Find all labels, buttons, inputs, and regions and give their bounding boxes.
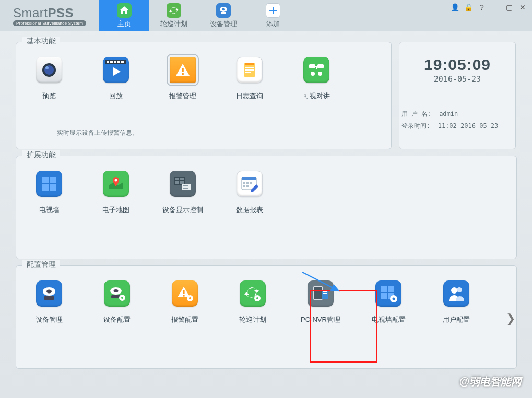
help-icon[interactable]: ? (478, 3, 486, 11)
svg-rect-15 (245, 67, 254, 68)
svg-rect-63 (388, 286, 394, 292)
tile-emap[interactable]: 电子地图 (94, 171, 137, 215)
tile-alarmcfg-label: 报警配置 (171, 315, 198, 324)
play-icon (103, 57, 129, 83)
tile-playback[interactable]: 回放 (94, 57, 137, 101)
svg-rect-62 (381, 286, 387, 292)
tile-patrolcfg[interactable]: 轮巡计划 (231, 280, 274, 324)
svg-rect-51 (183, 290, 184, 294)
tile-devcfg-label: 设备配置 (103, 315, 131, 324)
user-icon[interactable]: 👤 (451, 3, 459, 11)
close-button[interactable]: ✕ (518, 3, 527, 11)
svg-rect-31 (175, 181, 179, 184)
watermark: @弱电智能网 (459, 374, 522, 389)
svg-rect-19 (309, 64, 315, 68)
svg-rect-58 (314, 287, 322, 299)
minimize-button[interactable]: — (491, 3, 500, 11)
svg-point-44 (46, 290, 52, 294)
tile-report[interactable]: 数据报表 (228, 171, 271, 215)
svg-rect-38 (243, 182, 245, 184)
svg-rect-9 (114, 61, 116, 63)
svg-rect-18 (245, 63, 254, 65)
grid-gear-icon (375, 280, 401, 307)
svg-rect-12 (182, 68, 184, 72)
svg-rect-52 (183, 295, 184, 297)
refresh-icon (167, 3, 181, 18)
next-arrow-icon[interactable]: ❯ (506, 312, 515, 325)
tile-devmgr[interactable]: 设备管理 (28, 280, 70, 324)
panel-clock: 19:05:09 2016-05-23 用 户 名: admin 登录时间: 1… (399, 42, 516, 149)
svg-point-5 (45, 66, 49, 69)
svg-rect-39 (246, 182, 249, 184)
tab-add[interactable]: 添加 (248, 0, 298, 31)
tile-pcnvr-label: PC-NVR管理 (301, 315, 340, 324)
svg-point-54 (189, 297, 191, 299)
tab-device-label: 设备管理 (210, 19, 237, 29)
warning-icon (170, 57, 196, 83)
svg-rect-64 (381, 293, 387, 299)
svg-rect-41 (243, 185, 245, 187)
login-value: 11:02 2016-05-23 (438, 122, 499, 130)
maximize-button[interactable]: ▢ (505, 3, 513, 11)
log-icon (237, 57, 263, 83)
svg-rect-35 (183, 188, 188, 189)
lens-icon (36, 57, 62, 83)
login-label: 登录时间: (401, 122, 430, 130)
svg-rect-16 (245, 69, 254, 71)
server-icon (308, 280, 334, 307)
svg-rect-42 (246, 185, 249, 187)
svg-point-69 (457, 287, 462, 292)
svg-point-22 (318, 72, 322, 76)
tab-home-label: 主页 (117, 19, 131, 29)
svg-rect-33 (182, 184, 191, 190)
tile-log[interactable]: 日志查询 (228, 57, 271, 101)
tile-alarmcfg[interactable]: 报警配置 (163, 280, 206, 324)
map-pin-icon (103, 171, 129, 197)
tile-pcnvr[interactable]: PC-NVR管理 (299, 280, 342, 324)
warning-gear-icon (172, 280, 198, 307)
clock-date: 2016-05-23 (399, 75, 515, 84)
svg-rect-24 (50, 177, 56, 183)
tab-add-label: 添加 (266, 19, 280, 29)
tab-home[interactable]: 主页 (99, 0, 149, 31)
tile-usercfg-label: 用户配置 (443, 315, 470, 324)
tile-alarm[interactable]: 报警管理 (161, 57, 204, 101)
svg-rect-11 (121, 61, 124, 63)
svg-rect-17 (245, 72, 251, 73)
svg-rect-60 (323, 291, 327, 292)
tile-alarm-label: 报警管理 (169, 91, 196, 101)
tab-patrol[interactable]: 轮巡计划 (149, 0, 198, 31)
user-label: 用 户 名: (401, 110, 432, 118)
display-grid-icon (170, 171, 196, 197)
svg-point-4 (44, 65, 54, 75)
panel-ext-title: 扩展功能 (22, 150, 60, 160)
lock-icon[interactable]: 🔒 (464, 3, 472, 11)
svg-point-56 (256, 297, 258, 299)
tile-devmgr-label: 设备管理 (36, 315, 63, 324)
tile-intercom-label: 可视对讲 (303, 91, 330, 101)
tile-devdisp-label: 设备显示控制 (162, 205, 203, 215)
tile-usercfg[interactable]: 用户配置 (435, 280, 478, 324)
svg-rect-45 (44, 296, 54, 300)
svg-point-21 (311, 72, 315, 76)
svg-rect-20 (317, 64, 324, 68)
tile-patrolcfg-label: 轮巡计划 (239, 315, 266, 324)
svg-rect-13 (182, 73, 184, 75)
tile-intercom[interactable]: 可视对讲 (295, 57, 338, 101)
panel-cfg: 配置管理 设备管理 设备配置 (16, 265, 517, 369)
tile-tvwall-label: 电视墙 (39, 205, 60, 215)
home-icon (117, 3, 132, 18)
camera-gear-icon (104, 280, 130, 307)
tile-tvwall[interactable]: 电视墙 (28, 171, 70, 215)
tile-preview[interactable]: 预览 (28, 57, 70, 101)
panel-basic-hint: 实时显示设备上传报警信息。 (57, 128, 138, 137)
tile-tvwallcfg[interactable]: 电视墙配置 (367, 280, 410, 324)
tile-devdisp[interactable]: 设备显示控制 (161, 171, 204, 215)
tile-devcfg[interactable]: 设备配置 (96, 280, 138, 324)
svg-rect-10 (117, 61, 120, 63)
tile-preview-label: 预览 (42, 91, 56, 101)
svg-rect-37 (242, 177, 256, 180)
tab-device[interactable]: 设备管理 (198, 0, 248, 31)
svg-point-67 (393, 298, 395, 300)
svg-rect-8 (110, 61, 113, 63)
